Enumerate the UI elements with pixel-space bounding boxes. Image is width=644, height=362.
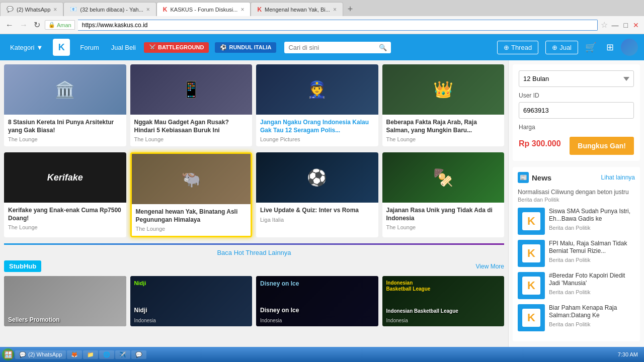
minimize-button[interactable]: — [611,21,620,29]
stubhub-card-disney[interactable]: Disney on Ice Disney on Ice Indonesia [256,276,378,326]
price-value: Rp 300.000 [519,139,561,148]
card-inter[interactable]: ⚽ Live Update & Quiz: Inter vs Roma Liga… [256,152,378,237]
baca-more-link[interactable]: Baca Hot Thread Lainnya [217,249,291,256]
taskbar-item-whatsapp[interactable]: 💬 (2) WhatsApp [15,350,66,359]
news-item-category: Berita dan Politik [549,289,635,295]
close-icon[interactable]: × [333,6,337,13]
bookmark-star-button[interactable]: ☆ [601,20,608,30]
stubhub-card-basketball[interactable]: IndonesianBasketball League Indonesian B… [382,276,505,326]
search-input[interactable] [288,44,378,51]
card-title: Jajanan Rasa Unik yang Tidak Ada di Indo… [386,207,501,222]
news-item-category: Berita dan Politik [549,257,635,263]
tab-yak[interactable]: K Mengenal hewan Yak, Bi... × [251,2,343,16]
taskbar-item-telegram[interactable]: ✈️ [115,350,130,359]
news-icon: 📰 [518,172,529,183]
news-thumbnail: K [518,272,545,299]
stubhub-section: StubHub View More Sellers Promotion Nidj… [4,260,504,326]
news-thumbnail: K [518,208,545,235]
forum-link[interactable]: Forum [76,41,103,54]
tab-favicon: K [163,6,168,13]
jual-beli-link[interactable]: Jual Beli [107,41,140,54]
tab-bar: 💬 (2) WhatsApp × 📧 (32 belum dibaca) - Y… [0,0,644,16]
refresh-button[interactable]: ↻ [32,20,42,30]
cart-icon[interactable]: 🛒 [585,42,596,53]
stubhub-header: StubHub View More [4,260,504,272]
user-id-input[interactable] [519,102,634,119]
url-input[interactable] [78,20,598,31]
taskbar-item-chrome[interactable]: 🌐 [99,350,114,359]
close-button[interactable]: ✕ [632,21,640,29]
card-station[interactable]: 🏛️ 8 Stasiun Kereta Ini Punya Arsitektur… [4,64,126,146]
stubhub-card-nidji[interactable]: Nidji Nidji Indonesia [130,276,253,326]
new-tab-button[interactable]: + [343,2,357,16]
news-item[interactable]: K Biar Paham Kenapa Raja Salman:Datang K… [518,304,635,331]
price-label: Harga [519,124,634,131]
thread-button[interactable]: ⊕ Thread [497,41,538,54]
rundul-badge[interactable]: ⚽ RUNDUL ITALIA [215,42,276,53]
card-title: Live Update & Quiz: Inter vs Roma [260,207,374,215]
thread-label: Thread [511,44,532,51]
plus-icon: ⊕ [552,44,557,51]
kategori-menu[interactable]: Kategori ▼ [6,41,47,54]
battleground-label: BATTLEGROUND [158,44,204,50]
stub-card-tag-disney: Disney on Ice [260,280,299,287]
news-text: FPI Malu, Raja Salman Tidak Berniat Temu… [549,240,635,267]
card-gadget[interactable]: 📱 Nggak Mau Gadget Agan Rusak? Hindari 5… [130,64,253,146]
lock-icon: 🔒 [48,22,55,28]
card-salman[interactable]: 👑 Beberapa Fakta Raja Arab, Raja Salman,… [382,64,505,146]
card-yak[interactable]: 🐃 Mengenal hewan Yak, Binatang Asli Pegu… [130,152,253,237]
bungkus-button[interactable]: Bungkus Gan! [570,137,634,155]
card-title: Beberapa Fakta Raja Arab, Raja Salman, y… [386,119,501,134]
search-bar: 🔍 [284,42,390,53]
card-polisi[interactable]: 👮 Jangan Ngaku Orang Indonesia Kalau Gak… [256,64,378,146]
taskbar-item-wa2[interactable]: 💬 [131,350,146,359]
stubhub-card-sellers[interactable]: Sellers Promotion [4,276,126,326]
news-item[interactable]: K #Beredar Foto Kapolri Diedit Jadi 'Man… [518,272,635,299]
news-header: 📰 News Lihat lainnya [518,172,635,183]
kaskus-logo[interactable]: K [53,39,70,56]
news-more-link[interactable]: Lihat lainnya [601,174,635,181]
stub-card-label: Sellers Promotion [4,313,126,326]
news-item[interactable]: Normalisasi Ciliwung dengan beton justru… [518,188,635,203]
jual-button[interactable]: ⊕ Jual [545,41,578,54]
stub-sublabel: Indonesia [382,317,505,326]
telegram-icon: ✈️ [119,351,126,358]
grid-icon[interactable]: ⊞ [606,42,614,53]
kategori-label: Kategori [10,44,34,51]
tab-title: KASKUS - Forum Diskusi... [171,7,238,13]
news-text: Normalisasi Ciliwung dengan beton justru… [518,188,629,203]
tab-kaskus[interactable]: K KASKUS - Forum Diskusi... × [156,2,251,16]
back-button[interactable]: ← [4,21,15,30]
card-category: Liga Italia [260,217,374,223]
search-icon[interactable]: 🔍 [379,44,387,51]
navbar: Kategori ▼ K Forum Jual Beli ⚔️ BATTLEGR… [0,34,644,60]
card-title: Jangan Ngaku Orang Indonesia Kalau Gak T… [260,119,374,134]
stub-card-label: Indonesian Basketball League [382,305,505,317]
subscription-section: 12 Bulan 6 Bulan 3 Bulan 1 Bulan User ID… [513,64,640,161]
user-id-label: User ID [519,92,634,99]
duration-select[interactable]: 12 Bulan 6 Bulan 3 Bulan 1 Bulan [519,70,634,87]
stubhub-grid: Sellers Promotion Nidji Nidji Indonesia … [4,276,504,326]
tab-yahoo[interactable]: 📧 (32 belum dibaca) - Yah... × [63,2,156,16]
start-button[interactable]: 🪟 [2,348,14,360]
taskbar-item-firefox[interactable]: 🦊 [67,350,82,359]
news-item[interactable]: K Siswa SMA Sudah Punya Istri, Eh...Bawa… [518,208,635,235]
close-icon[interactable]: × [240,6,244,13]
avatar[interactable] [621,39,638,56]
close-icon[interactable]: × [146,6,150,13]
forward-button[interactable]: → [18,21,29,30]
view-more-link[interactable]: View More [476,263,504,270]
maximize-button[interactable]: □ [623,21,629,29]
card-jajanan[interactable]: 🍢 Jajanan Rasa Unik yang Tidak Ada di In… [382,152,505,237]
close-icon[interactable]: × [53,6,57,13]
cards-grid-row1: 🏛️ 8 Stasiun Kereta Ini Punya Arsitektur… [4,64,504,146]
card-kerifake[interactable]: Kerifake Kerifake yang Enak-enak Cuma Rp… [4,152,126,237]
news-item[interactable]: K FPI Malu, Raja Salman Tidak Berniat Te… [518,240,635,267]
address-bar: ← → ↻ 🔒 Aman ☆ — □ ✕ [0,16,644,34]
taskbar-item-explorer[interactable]: 📁 [83,350,98,359]
firefox-icon: 🦊 [71,351,78,358]
security-label: Aman [57,22,71,28]
tab-whatsapp[interactable]: 💬 (2) WhatsApp × [0,2,63,16]
stub-card-label: Disney on Ice [256,304,378,317]
battleground-badge[interactable]: ⚔️ BATTLEGROUND [144,42,209,53]
